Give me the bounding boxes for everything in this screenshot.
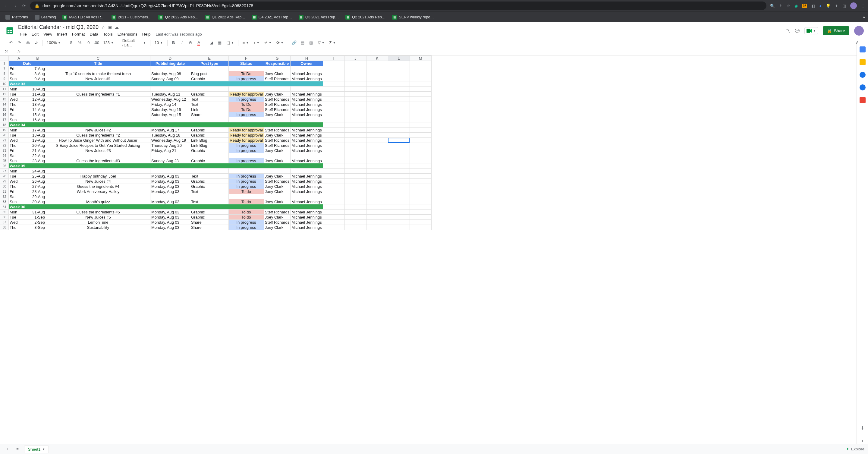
cell[interactable] [190, 153, 229, 158]
cell[interactable] [190, 117, 229, 122]
cell[interactable] [344, 189, 366, 194]
print-button[interactable]: 🖶 [24, 39, 31, 47]
cell[interactable]: Wednesday, Aug 19 [150, 138, 190, 143]
cell[interactable] [323, 87, 344, 92]
cell[interactable] [410, 107, 431, 112]
menu-tools[interactable]: Tools [101, 31, 115, 37]
bookmarks-overflow-icon[interactable]: » [863, 15, 865, 19]
cell[interactable] [388, 148, 410, 153]
explore-button[interactable]: ✦ Explore [846, 447, 864, 449]
cell[interactable] [366, 153, 388, 158]
cell[interactable]: Joey Clark [264, 174, 290, 179]
cell[interactable] [344, 158, 366, 163]
cell[interactable] [323, 215, 344, 220]
cell[interactable]: Joey Clark [264, 158, 290, 163]
select-all-corner[interactable] [0, 56, 9, 61]
cell[interactable] [388, 107, 410, 112]
week-divider-cell[interactable]: Week 35 [9, 163, 323, 169]
cell[interactable] [366, 76, 388, 81]
cell[interactable] [388, 179, 410, 184]
cell[interactable]: Steff Richards [264, 102, 290, 107]
cell[interactable]: Saturday, Aug 15 [150, 107, 190, 112]
cell[interactable]: 8-Aug [29, 71, 46, 76]
cell[interactable]: Thu [9, 184, 29, 189]
cell[interactable] [344, 143, 366, 148]
cell[interactable]: Sat [9, 71, 29, 76]
cell[interactable]: Monday, Aug 03 [150, 184, 190, 189]
cell[interactable]: Guess the ingredients #1 [46, 92, 150, 97]
cell[interactable] [323, 143, 344, 148]
cell[interactable] [410, 127, 431, 133]
cell[interactable]: Tue [9, 92, 29, 97]
cell[interactable] [366, 220, 388, 225]
cell[interactable] [323, 148, 344, 153]
cell[interactable]: Thu [9, 225, 29, 230]
cell[interactable]: 15-Aug [29, 112, 46, 117]
cell[interactable]: Michael Jennings [290, 199, 323, 204]
cell[interactable]: Graphic [190, 133, 229, 138]
extension-badge[interactable]: 95 [802, 4, 807, 8]
cell[interactable] [410, 174, 431, 179]
cell[interactable]: Joey Clark [264, 71, 290, 76]
cell[interactable] [366, 184, 388, 189]
spreadsheet-grid[interactable]: ABCDEFGHIJKLM1DateTitlePublishing datePo… [0, 56, 868, 449]
cell[interactable] [323, 184, 344, 189]
cell[interactable]: Share [190, 112, 229, 117]
h-align-button[interactable]: ≡▼ [241, 40, 251, 45]
cell[interactable] [150, 153, 190, 158]
cell[interactable]: Michael Jennings [290, 133, 323, 138]
cell[interactable]: Michael Jennings [290, 184, 323, 189]
cell[interactable]: Wed [9, 220, 29, 225]
cell[interactable]: Friday, Aug 14 [150, 102, 190, 107]
cell[interactable]: In progress [229, 220, 264, 225]
back-button[interactable]: ← [3, 3, 8, 8]
cell[interactable]: Mon [9, 210, 29, 215]
cell[interactable]: New Juices #1 [46, 76, 150, 81]
cell[interactable] [344, 66, 366, 71]
menu-insert[interactable]: Insert [55, 31, 69, 37]
menu-extensions[interactable]: Extensions [116, 31, 140, 37]
row-header[interactable]: 36 [0, 215, 9, 220]
cell[interactable] [366, 199, 388, 204]
lightbulb-icon[interactable]: 💡 [826, 4, 831, 8]
cell[interactable] [388, 112, 410, 117]
row-header[interactable]: 7 [0, 66, 9, 71]
cell[interactable] [46, 169, 150, 174]
row-header[interactable]: 19 [0, 127, 9, 133]
cell[interactable]: Joey Clark [264, 184, 290, 189]
cell[interactable] [46, 87, 150, 92]
cell[interactable]: Michael Jennings [290, 148, 323, 153]
row-header[interactable]: 25 [0, 158, 9, 163]
cell[interactable]: Graphic [190, 179, 229, 184]
cell[interactable]: Michael Jennings [290, 158, 323, 163]
cell[interactable] [410, 66, 431, 71]
cell[interactable] [344, 133, 366, 138]
cell[interactable] [344, 97, 366, 102]
cell[interactable]: Tue [9, 133, 29, 138]
cell[interactable] [366, 92, 388, 97]
cell[interactable] [388, 169, 410, 174]
cell[interactable] [46, 66, 150, 71]
cell[interactable] [323, 210, 344, 215]
cell[interactable] [366, 107, 388, 112]
cell[interactable] [366, 112, 388, 117]
name-box[interactable]: L21 [0, 48, 15, 55]
cell[interactable]: Sun [9, 76, 29, 81]
cell[interactable]: 26-Aug [29, 179, 46, 184]
sheets-logo-icon[interactable] [4, 25, 15, 36]
bookmark-item[interactable]: ▦Q2 2021 Ads Rep… [343, 13, 388, 21]
cell[interactable] [323, 199, 344, 204]
cell[interactable] [323, 102, 344, 107]
cell[interactable] [323, 81, 344, 87]
row-header[interactable]: 11 [0, 87, 9, 92]
column-header[interactable]: A [9, 56, 29, 61]
cell[interactable] [344, 107, 366, 112]
cell[interactable]: Michael Jennings [290, 215, 323, 220]
cell[interactable]: Guess the ingredients #2 [46, 133, 150, 138]
cell[interactable]: Joey Clark [264, 215, 290, 220]
bookmark-item[interactable]: ▦Q2 2022 Ads Rep… [156, 13, 201, 21]
cell[interactable] [410, 143, 431, 148]
cell[interactable] [323, 107, 344, 112]
fill-color-button[interactable]: ◢ [208, 39, 215, 47]
cell[interactable]: Fri [9, 107, 29, 112]
